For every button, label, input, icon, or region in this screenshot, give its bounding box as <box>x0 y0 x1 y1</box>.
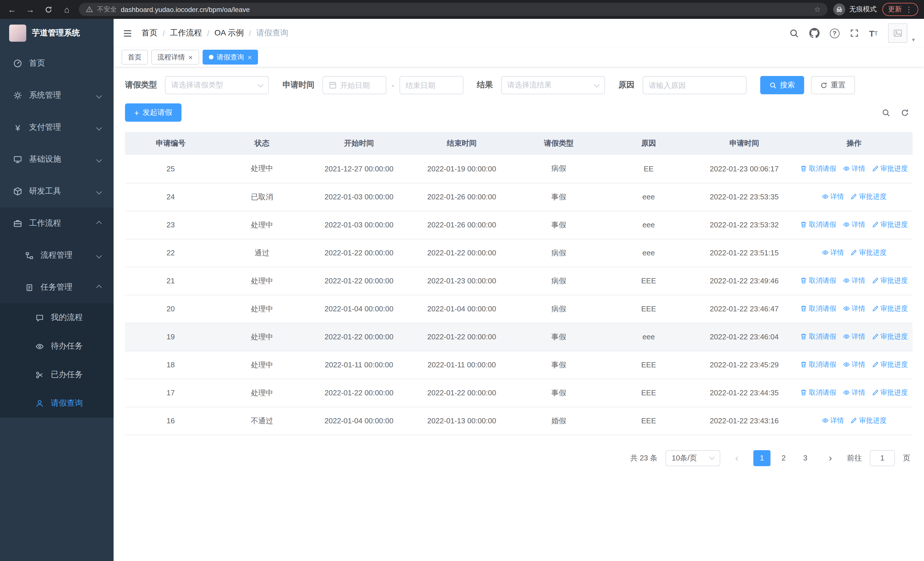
sidebar-item-task-mgmt[interactable]: 任务管理 <box>0 271 114 303</box>
cell-status: 通过 <box>216 239 308 267</box>
cell-end-time: 2022-01-11 00:00:00 <box>410 351 513 379</box>
cancel-leave-link[interactable]: 取消请假 <box>801 332 836 341</box>
tab-process-detail[interactable]: 流程详情 × <box>151 50 199 65</box>
cancel-leave-link[interactable]: 取消请假 <box>801 304 836 314</box>
logo-avatar <box>9 24 26 42</box>
detail-link[interactable]: 详情 <box>822 416 844 426</box>
cancel-leave-link[interactable]: 取消请假 <box>801 360 836 370</box>
chevron-down-icon <box>96 93 102 98</box>
security-label: 不安全 <box>97 5 117 14</box>
table-body: 25 处理中 2021-12-27 00:00:00 2022-01-19 00… <box>125 155 913 435</box>
close-icon[interactable]: × <box>248 53 252 61</box>
cell-apply-id: 20 <box>125 295 216 323</box>
approval-progress-link[interactable]: 审批进度 <box>872 276 908 286</box>
cancel-leave-link[interactable]: 取消请假 <box>801 164 836 173</box>
cancel-leave-link[interactable]: 取消请假 <box>801 388 836 398</box>
approval-progress-link[interactable]: 审批进度 <box>872 388 908 398</box>
tab-leave-query[interactable]: 请假查询 × <box>202 50 258 65</box>
cell-start-time: 2021-12-27 00:00:00 <box>308 155 410 183</box>
url-text[interactable]: dashboard.yudao.iocoder.cn/bpm/oa/leave <box>121 5 250 14</box>
sidebar-item-done-tasks[interactable]: 已办任务 <box>0 361 114 389</box>
home-icon[interactable]: ⌂ <box>60 5 73 14</box>
bookmark-star-icon[interactable]: ☆ <box>814 5 821 14</box>
page-button-1[interactable]: 1 <box>753 450 771 466</box>
sidebar-item-workflow[interactable]: 工作流程 <box>0 208 114 239</box>
cell-leave-type: 婚假 <box>513 407 604 435</box>
reset-button[interactable]: 重置 <box>811 76 855 94</box>
detail-link[interactable]: 详情 <box>822 192 844 202</box>
detail-link[interactable]: 详情 <box>843 220 865 230</box>
sidebar-item-leave-query[interactable]: 请假查询 <box>0 389 114 418</box>
detail-link[interactable]: 详情 <box>843 304 865 314</box>
yen-icon: ¥ <box>11 123 24 132</box>
forward-icon[interactable]: → <box>24 5 36 14</box>
detail-link[interactable]: 详情 <box>843 332 865 341</box>
approval-progress-link[interactable]: 审批进度 <box>872 164 908 173</box>
sidebar-fold-icon[interactable] <box>123 28 132 38</box>
sidebar-item-infrastructure[interactable]: 基础设施 <box>0 143 114 175</box>
chevron-down-icon[interactable]: ▾ <box>912 36 915 42</box>
tab-home[interactable]: 首页 <box>122 50 148 65</box>
detail-link[interactable]: 详情 <box>822 248 844 258</box>
approval-progress-link[interactable]: 审批进度 <box>872 220 908 230</box>
page-size-select[interactable]: 10条/页 <box>666 450 720 466</box>
detail-link[interactable]: 详情 <box>843 276 865 286</box>
close-icon[interactable]: × <box>188 53 193 61</box>
font-size-icon[interactable]: TT <box>869 28 878 38</box>
cancel-leave-link[interactable]: 取消请假 <box>801 276 836 286</box>
approval-progress-link[interactable]: 审批进度 <box>872 304 908 314</box>
sidebar-item-process-mgmt[interactable]: 流程管理 <box>0 239 114 271</box>
approval-progress-link[interactable]: 审批进度 <box>850 192 886 202</box>
app-logo[interactable]: 芋道管理系统 <box>0 19 114 47</box>
kebab-menu-icon[interactable]: ⋮ <box>905 5 913 14</box>
reload-icon[interactable] <box>42 5 55 14</box>
page-button-3[interactable]: 3 <box>797 450 814 466</box>
browser-menu-button[interactable]: 更新 ⋮ <box>882 3 918 16</box>
breadcrumb-workflow[interactable]: 工作流程 <box>170 28 202 38</box>
detail-link[interactable]: 详情 <box>843 164 865 173</box>
sidebar-item-payment-mgmt[interactable]: ¥ 支付管理 <box>0 111 114 143</box>
address-bar[interactable]: 不安全 dashboard.yudao.iocoder.cn/bpm/oa/le… <box>79 3 828 16</box>
approval-progress-link[interactable]: 审批进度 <box>850 416 886 426</box>
security-warning-icon[interactable] <box>86 6 93 13</box>
sidebar-item-my-processes[interactable]: 我的流程 <box>0 303 114 332</box>
page-button-2[interactable]: 2 <box>775 450 792 466</box>
goto-page-input[interactable] <box>870 450 895 466</box>
help-icon[interactable]: ? <box>830 28 839 38</box>
cell-apply-id: 19 <box>125 323 216 351</box>
search-button[interactable]: 搜索 <box>760 76 804 94</box>
leave-type-select[interactable]: 请选择请假类型 <box>165 76 269 94</box>
sidebar-item-home[interactable]: 首页 <box>0 47 114 80</box>
approval-progress-link[interactable]: 审批进度 <box>872 360 908 370</box>
cell-apply-time: 2022-01-22 23:45:29 <box>693 351 796 379</box>
refresh-table-button[interactable] <box>901 108 909 117</box>
approval-progress-link[interactable]: 审批进度 <box>872 332 908 341</box>
github-icon[interactable] <box>809 28 819 38</box>
breadcrumb-oa-example[interactable]: OA 示例 <box>214 28 244 38</box>
update-label: 更新 <box>888 5 902 14</box>
back-icon[interactable]: ← <box>6 5 18 14</box>
cancel-leave-link[interactable]: 取消请假 <box>801 220 836 230</box>
start-date-input[interactable] <box>322 76 386 94</box>
prev-page-button[interactable]: ‹ <box>728 450 746 466</box>
create-leave-button[interactable]: + 发起请假 <box>125 104 182 122</box>
detail-link[interactable]: 详情 <box>843 388 865 398</box>
reason-input[interactable] <box>642 76 746 94</box>
result-select[interactable]: 请选择流结果 <box>501 76 604 94</box>
fullscreen-icon[interactable] <box>849 29 859 38</box>
cell-leave-type: 病假 <box>513 295 604 323</box>
sidebar-item-todo-tasks[interactable]: 待办任务 <box>0 332 114 361</box>
toggle-search-button[interactable] <box>882 108 890 117</box>
search-icon[interactable] <box>789 28 799 38</box>
sidebar-item-dev-tools[interactable]: 研发工具 <box>0 175 114 208</box>
cell-apply-id: 23 <box>125 211 216 239</box>
breadcrumb-home[interactable]: 首页 <box>141 28 158 38</box>
avatar[interactable] <box>888 23 908 43</box>
next-page-button[interactable]: › <box>822 450 839 466</box>
sidebar-item-system-mgmt[interactable]: 系统管理 <box>0 80 114 111</box>
end-date-input[interactable] <box>399 76 463 94</box>
detail-link[interactable]: 详情 <box>843 360 865 370</box>
gear-icon <box>11 91 24 100</box>
chevron-down-icon <box>709 454 715 460</box>
approval-progress-link[interactable]: 审批进度 <box>850 248 886 258</box>
